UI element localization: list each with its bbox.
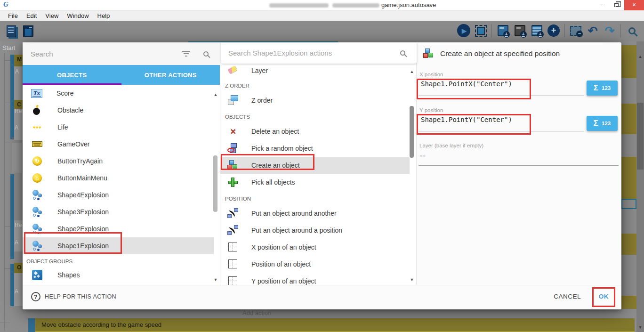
list-item-shape1explosion[interactable]: Shape1Explosion [23,237,214,254]
scroll-up-icon[interactable]: ▲ [212,92,219,97]
list-item-gameover[interactable]: GameOver [23,136,214,153]
search-icon[interactable] [624,23,639,38]
list-item-layer[interactable]: Layer [220,64,410,78]
scene-editor-icon[interactable] [21,24,36,39]
expression-editor-button[interactable]: Σ 123 [587,116,618,131]
menu-window[interactable]: Window [63,11,93,20]
list-item-z-order[interactable]: Z order [220,92,410,109]
layer-input[interactable]: "" [420,154,427,161]
list-item-obstacle[interactable]: Obstacle [23,102,214,119]
add-circle-icon[interactable]: + [546,23,561,38]
remove-event-icon[interactable]: – [568,23,583,38]
list-item-pick-all-objects[interactable]: Pick all objects [220,174,410,191]
add-comment-icon[interactable]: + [512,23,527,38]
filter-icon[interactable] [182,49,190,58]
position-icon [227,258,239,270]
toolbar-separator [620,24,621,37]
list-item-shapes[interactable]: Shapes [23,267,214,283]
action-search-input[interactable] [221,49,400,57]
menu-edit[interactable]: Edit [22,11,41,20]
expression-editor-button[interactable]: Σ 123 [587,81,618,96]
add-event-icon[interactable]: + [495,23,510,38]
list-item-shape4explosion[interactable]: Shape4Explosion [23,186,214,203]
list-item-put-an-object-around-another[interactable]: Put an object around another [220,205,410,222]
ok-button[interactable]: OK [599,293,609,300]
scrollbar-thumb[interactable] [637,103,644,170]
list-item-y-position-of-an-object[interactable]: Y position of an object [220,273,410,285]
add-action-row[interactable]: Add action [240,308,635,318]
list-item-buttonmainmenu[interactable]: ⌂ButtonMainMenu [23,170,214,186]
tab-other-actions[interactable]: OTHER ACTIONS [121,65,220,85]
undo-icon[interactable]: ↶ [585,23,600,38]
scrollbar-thumb[interactable] [213,155,217,212]
banner-icon [31,138,43,150]
menu-help[interactable]: Help [93,11,114,20]
home-button-icon: ⌂ [31,172,43,184]
list-item-score[interactable]: TxScore [23,85,214,102]
close-button[interactable]: × [624,0,644,10]
scrollbar-thumb[interactable] [410,106,414,158]
put-around-icon [227,207,239,219]
play-icon[interactable]: ▶ [456,23,471,38]
scroll-up-icon[interactable]: ▲ [636,53,644,60]
blurred-path-text [332,3,379,8]
add-subevent-icon[interactable]: + [529,23,544,38]
search-icon[interactable] [400,50,405,56]
explosion-object-icon [31,206,43,218]
z-order-icon [227,94,239,106]
scroll-down-icon[interactable]: ▼ [212,277,219,282]
field-label: X position [419,72,443,77]
item-label: ButtonTryAgain [57,157,103,165]
position-icon [227,275,239,285]
restore-button[interactable] [609,0,623,10]
search-icon[interactable] [203,51,209,57]
item-label: Shape2Explosion [57,225,109,233]
minimize-button[interactable]: – [594,0,608,10]
debug-icon[interactable] [473,23,488,38]
list-item-create-an-object[interactable]: Create an object [220,157,410,174]
list-item-delete-an-object[interactable]: ×Delete an object [220,123,410,140]
list-item-put-an-object-around-a-position[interactable]: Put an object around a position [220,222,410,239]
scroll-up-icon[interactable]: ▲ [409,69,415,74]
action-list-scrollbar[interactable]: ▲ ▼ [409,68,415,282]
action-editor-dialog: OBJECTS OTHER ACTIONS TxScoreObstacle♥♥♥… [23,42,621,309]
menu-file[interactable]: File [4,11,22,20]
list-item-life[interactable]: ♥♥♥Life [23,119,214,136]
scroll-down-icon[interactable]: ▼ [636,324,644,331]
collapse-arrow-icon[interactable]: ▼ [10,136,15,141]
item-label: ButtonMainMenu [57,174,107,182]
event-fragment: Re [15,108,22,114]
list-item-x-position-of-an-object[interactable]: X position of an object [220,239,410,256]
background-field [621,199,636,209]
put-around-icon [227,224,239,236]
x-position-input[interactable]: Shape1.PointX("Center") [421,80,512,88]
app-logo-icon: G [3,0,8,8]
window-scrollbar[interactable]: ▲ ▼ [636,41,644,332]
event-condition-row[interactable]: Move obstacle according to the game spee… [35,318,635,331]
window-title: game.json.autosave [381,1,436,8]
list-item-shape3explosion[interactable]: Shape3Explosion [23,203,214,220]
list-item-shape2explosion[interactable]: Shape2Explosion [23,220,214,237]
menu-view[interactable]: View [41,11,63,20]
list-item-pick-a-random-object[interactable]: Pick a random object [220,140,410,157]
object-list-scrollbar[interactable]: ▲ ▼ [212,89,219,282]
list-item-buttontryagain[interactable]: ↻ButtonTryAgain [23,153,214,170]
object-chooser-panel: OBJECTS OTHER ACTIONS TxScoreObstacle♥♥♥… [23,42,220,285]
delete-object-icon: × [227,125,239,138]
event-fragment: M [17,56,22,63]
scroll-down-icon[interactable]: ▼ [409,277,415,282]
event-fragment: A [15,68,19,75]
list-item-position-of-an-object[interactable]: Position of an object [220,256,410,273]
sigma-icon: Σ [594,119,598,128]
cancel-button[interactable]: CANCEL [554,293,581,300]
help-link[interactable]: ? HELP FOR THIS ACTION [31,292,116,301]
y-position-input[interactable]: Shape1.PointY("Center") [421,116,512,123]
object-search-input[interactable] [23,50,182,58]
object-search-row [23,42,220,65]
item-label: Put an object around a position [251,227,342,234]
redo-icon[interactable]: ↷ [602,23,617,38]
tab-objects[interactable]: OBJECTS [23,65,121,85]
item-label: Pick all objects [251,178,295,186]
project-manager-icon[interactable] [4,24,19,39]
event-fragment: A [15,288,18,295]
